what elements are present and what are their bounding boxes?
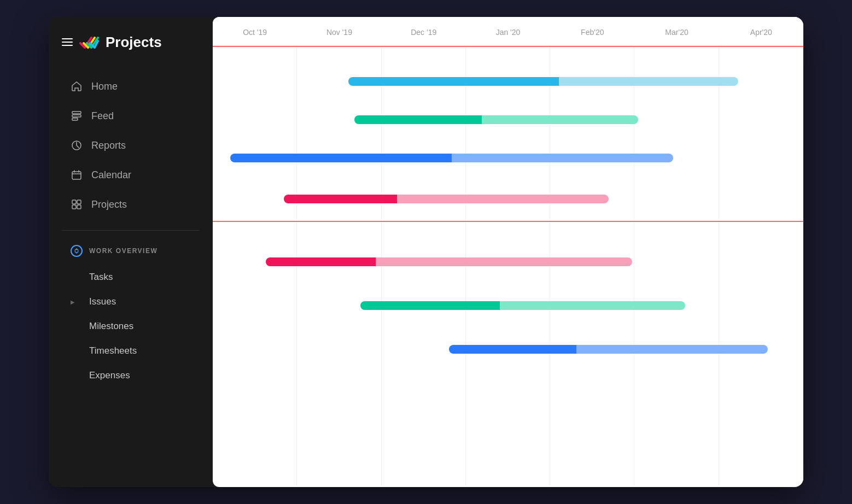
sidebar-item-issues[interactable]: ▶ Issues xyxy=(55,290,206,314)
sidebar-feed-label: Feed xyxy=(91,110,114,122)
bar-cyan-solid-1 xyxy=(348,77,559,86)
sidebar-calendar-label: Calendar xyxy=(91,169,131,181)
gantt-row-6 xyxy=(213,286,803,325)
timeline-months: Oct '19 Nov '19 Dec '19 Jan '20 Feb'20 M… xyxy=(213,17,803,45)
sidebar-milestones-label: Milestones xyxy=(89,321,133,332)
sidebar-header: Projects xyxy=(49,17,213,67)
bar-cyan-1 xyxy=(348,77,738,86)
main-content: Oct '19 Nov '19 Dec '19 Jan '20 Feb'20 M… xyxy=(213,17,803,487)
gantt-row-3 xyxy=(213,139,803,177)
month-oct19: Oct '19 xyxy=(213,28,297,37)
sidebar-divider xyxy=(62,230,200,231)
month-mar20: Mar'20 xyxy=(634,28,719,37)
svg-rect-1 xyxy=(72,115,81,117)
month-jan20: Jan '20 xyxy=(466,28,550,37)
bar-blue-solid-2 xyxy=(449,345,576,354)
sidebar-projects-label: Projects xyxy=(91,199,127,210)
timeline-header: Oct '19 Nov '19 Dec '19 Jan '20 Feb'20 M… xyxy=(213,17,803,46)
bar-pink-light-2 xyxy=(376,257,632,266)
sidebar-timesheets-label: Timesheets xyxy=(89,345,137,356)
app-logo xyxy=(79,32,99,52)
bar-green-light-2 xyxy=(500,301,685,310)
sidebar-tasks-label: Tasks xyxy=(89,272,113,283)
gantt-row-1 xyxy=(213,62,803,101)
work-overview-title: WORK OVERVIEW xyxy=(89,247,157,255)
month-feb20: Feb'20 xyxy=(550,28,634,37)
red-line-middle xyxy=(213,221,803,222)
bar-blue-1 xyxy=(230,154,673,162)
gantt-row-5 xyxy=(213,243,803,281)
sidebar: Projects Home xyxy=(49,17,213,487)
sidebar-item-feed[interactable]: Feed xyxy=(55,102,206,130)
app-window: Projects Home xyxy=(49,17,803,487)
sidebar-home-label: Home xyxy=(91,81,118,92)
svg-rect-0 xyxy=(72,112,81,114)
hamburger-icon[interactable] xyxy=(62,38,73,46)
sidebar-item-tasks[interactable]: Tasks xyxy=(55,265,206,289)
bar-pink-2 xyxy=(266,257,632,266)
sidebar-item-home[interactable]: Home xyxy=(55,73,206,100)
bar-blue-light-1 xyxy=(452,154,673,162)
projects-icon xyxy=(71,198,83,210)
bar-green-2 xyxy=(360,301,685,310)
sidebar-reports-label: Reports xyxy=(91,140,126,151)
sidebar-nav: Home Feed xyxy=(49,67,213,224)
work-overview-subnav: Tasks ▶ Issues Milestones Timesheets Exp… xyxy=(49,265,213,388)
gantt-row-2 xyxy=(213,101,803,139)
gantt-row-7 xyxy=(213,330,803,368)
sidebar-issues-label: Issues xyxy=(89,296,116,307)
svg-rect-2 xyxy=(72,118,78,120)
sidebar-item-expenses[interactable]: Expenses xyxy=(55,364,206,388)
red-line-top xyxy=(213,46,803,47)
svg-rect-8 xyxy=(77,205,81,209)
gantt-row-4 xyxy=(213,180,803,218)
gantt-body xyxy=(213,46,803,486)
app-title: Projects xyxy=(106,34,162,51)
issues-arrow: ▶ xyxy=(71,299,75,305)
feed-icon xyxy=(71,110,83,122)
reports-icon xyxy=(71,139,83,151)
bar-pink-solid-2 xyxy=(266,257,376,266)
sidebar-item-timesheets[interactable]: Timesheets xyxy=(55,339,206,363)
bar-pink-1 xyxy=(284,195,609,203)
bar-green-solid-1 xyxy=(354,115,482,124)
home-icon xyxy=(71,80,83,92)
month-nov19: Nov '19 xyxy=(297,28,381,37)
bar-green-1 xyxy=(354,115,638,124)
calendar-icon xyxy=(71,169,83,181)
sidebar-expenses-label: Expenses xyxy=(89,370,130,381)
sidebar-item-reports[interactable]: Reports xyxy=(55,132,206,159)
section-collapse-icon[interactable] xyxy=(71,245,83,257)
sidebar-item-milestones[interactable]: Milestones xyxy=(55,314,206,338)
bar-cyan-light-1 xyxy=(559,77,738,86)
work-overview-header: WORK OVERVIEW xyxy=(55,239,206,262)
bar-green-light-1 xyxy=(482,115,638,124)
sidebar-item-calendar[interactable]: Calendar xyxy=(55,161,206,189)
svg-rect-7 xyxy=(72,205,76,209)
bar-blue-solid-1 xyxy=(230,154,452,162)
month-dec19: Dec '19 xyxy=(382,28,466,37)
gantt-container: Oct '19 Nov '19 Dec '19 Jan '20 Feb'20 M… xyxy=(213,17,803,487)
sidebar-item-projects[interactable]: Projects xyxy=(55,191,206,218)
bar-pink-solid-1 xyxy=(284,195,398,203)
bar-green-solid-2 xyxy=(360,301,500,310)
svg-rect-6 xyxy=(77,200,81,204)
bar-blue-2 xyxy=(449,345,768,354)
svg-rect-4 xyxy=(72,172,81,179)
bar-blue-light-2 xyxy=(576,345,768,354)
bar-pink-light-1 xyxy=(397,195,608,203)
month-apr20: Apr'20 xyxy=(719,28,803,37)
svg-rect-5 xyxy=(72,200,76,204)
